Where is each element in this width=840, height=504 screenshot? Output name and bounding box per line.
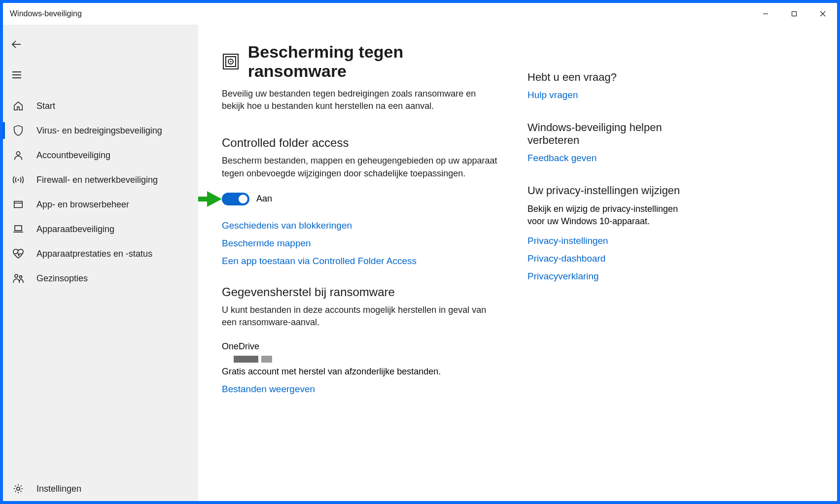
toggle-knob xyxy=(239,195,247,203)
recovery-description: U kunt bestanden in deze accounts mogeli… xyxy=(222,304,498,329)
svg-rect-1 xyxy=(792,12,797,16)
svg-point-9 xyxy=(17,179,19,180)
hamburger-icon xyxy=(11,69,22,80)
browser-icon xyxy=(12,198,25,211)
privacy-text: Bekijk en wijzig de privacy-instellingen… xyxy=(527,203,680,228)
maximize-button[interactable] xyxy=(780,3,808,25)
link-allow-app[interactable]: Een app toestaan via Controlled Folder A… xyxy=(222,256,417,267)
sidebar-item-settings[interactable]: Instellingen xyxy=(3,476,198,501)
sidebar-item-label: Apparaatbeveiliging xyxy=(36,224,114,235)
page-description: Beveilig uw bestanden tegen bedreigingen… xyxy=(222,88,498,112)
laptop-icon xyxy=(12,223,25,235)
minimize-icon xyxy=(763,11,769,17)
close-icon xyxy=(820,11,826,17)
link-feedback[interactable]: Feedback geven xyxy=(527,153,597,164)
onedrive-label: OneDrive xyxy=(222,341,498,352)
sidebar-item-label: Start xyxy=(36,101,55,111)
svg-point-15 xyxy=(20,276,22,278)
onedrive-account-redacted xyxy=(234,356,498,363)
sidebar-item-label: Virus- en bedreigingsbeveiliging xyxy=(36,126,162,136)
controlled-folder-description: Bescherm bestanden, mappen en geheugenge… xyxy=(222,155,498,179)
sidebar-item-account[interactable]: Accountbeveiliging xyxy=(3,143,198,168)
person-icon xyxy=(12,149,25,162)
sidebar-item-app-browser[interactable]: App- en browserbeheer xyxy=(3,192,198,217)
controlled-folder-heading: Controlled folder access xyxy=(222,136,498,150)
annotation-arrow-icon xyxy=(198,189,222,209)
sidebar-item-label: App- en browserbeheer xyxy=(36,200,129,210)
sidebar-item-label: Gezinsopties xyxy=(36,273,88,284)
controlled-folder-links: Geschiedenis van blokkeringen Beschermde… xyxy=(222,220,498,273)
help-block: Hebt u een vraag? Hulp vragen xyxy=(527,71,680,101)
svg-point-14 xyxy=(15,274,18,277)
page-title: Bescherming tegen ransomware xyxy=(222,42,498,81)
svg-point-20 xyxy=(230,61,232,63)
help-heading: Hebt u een vraag? xyxy=(527,71,680,84)
sidebar-item-firewall[interactable]: Firewall- en netwerkbeveiliging xyxy=(3,168,198,192)
page-title-text: Bescherming tegen ransomware xyxy=(248,42,498,81)
shield-icon xyxy=(12,124,25,137)
close-button[interactable] xyxy=(808,3,837,25)
svg-rect-10 xyxy=(14,202,23,208)
recovery-heading: Gegevensherstel bij ransomware xyxy=(222,285,498,299)
heart-pulse-icon xyxy=(12,247,25,260)
side-column: Hebt u een vraag? Hulp vragen Windows-be… xyxy=(527,42,680,491)
sidebar-item-label: Accountbeveiliging xyxy=(36,150,110,161)
privacy-heading: Uw privacy-instellingen wijzigen xyxy=(527,184,680,197)
link-privacy-settings[interactable]: Privacy-instellingen xyxy=(527,235,608,246)
svg-marker-22 xyxy=(207,191,222,207)
svg-point-8 xyxy=(16,152,20,155)
back-arrow-icon xyxy=(11,38,23,50)
sidebar-item-device-security[interactable]: Apparaatbeveiliging xyxy=(3,217,198,241)
antenna-icon xyxy=(12,173,25,186)
svg-rect-12 xyxy=(15,226,22,231)
sidebar-item-family[interactable]: Gezinsopties xyxy=(3,266,198,291)
back-button[interactable] xyxy=(5,34,29,55)
controlled-folder-toggle[interactable] xyxy=(222,193,249,205)
app-window: Windows-beveiliging xyxy=(3,3,837,501)
home-icon xyxy=(12,100,25,112)
privacy-block: Uw privacy-instellingen wijzigen Bekijk … xyxy=(527,184,680,282)
hamburger-button[interactable] xyxy=(5,64,29,86)
controlled-folder-toggle-row: Aan xyxy=(222,193,498,205)
improve-block: Windows-beveiliging helpen verbeteren Fe… xyxy=(527,121,680,164)
link-protected-folders[interactable]: Beschermde mappen xyxy=(222,238,311,249)
link-privacy-dashboard[interactable]: Privacy-dashboard xyxy=(527,253,605,264)
gear-icon xyxy=(12,482,25,495)
sidebar-item-label: Apparaatprestaties en -status xyxy=(36,249,152,259)
onedrive-description: Gratis account met herstel van afzonderl… xyxy=(222,367,498,377)
sidebar: Start Virus- en bedreigingsbeveiliging A… xyxy=(3,25,198,501)
link-view-files[interactable]: Bestanden weergeven xyxy=(222,384,315,395)
sidebar-item-performance[interactable]: Apparaatprestaties en -status xyxy=(3,241,198,266)
family-icon xyxy=(12,272,25,285)
link-get-help[interactable]: Hulp vragen xyxy=(527,90,578,101)
link-block-history[interactable]: Geschiedenis van blokkeringen xyxy=(222,220,352,231)
maximize-icon xyxy=(791,11,797,17)
toggle-state-label: Aan xyxy=(256,194,272,204)
sidebar-item-label: Firewall- en netwerkbeveiliging xyxy=(36,175,158,185)
window-title: Windows-beveiliging xyxy=(10,9,82,18)
main-content: Bescherming tegen ransomware Beveilig uw… xyxy=(198,25,837,501)
titlebar: Windows-beveiliging xyxy=(3,3,837,25)
minimize-button[interactable] xyxy=(751,3,780,25)
sidebar-item-start[interactable]: Start xyxy=(3,94,198,118)
link-privacy-statement[interactable]: Privacyverklaring xyxy=(527,271,599,282)
content-column: Bescherming tegen ransomware Beveilig uw… xyxy=(222,42,498,491)
window-body: Start Virus- en bedreigingsbeveiliging A… xyxy=(3,25,837,501)
improve-heading: Windows-beveiliging helpen verbeteren xyxy=(527,121,680,147)
sidebar-item-label: Instellingen xyxy=(36,484,81,494)
sidebar-bottom: Instellingen xyxy=(3,476,198,501)
sidebar-nav: Start Virus- en bedreigingsbeveiliging A… xyxy=(3,94,198,476)
ransomware-icon xyxy=(222,52,240,71)
window-controls xyxy=(751,3,837,25)
sidebar-item-virus-threat[interactable]: Virus- en bedreigingsbeveiliging xyxy=(3,118,198,143)
svg-point-16 xyxy=(17,487,20,490)
